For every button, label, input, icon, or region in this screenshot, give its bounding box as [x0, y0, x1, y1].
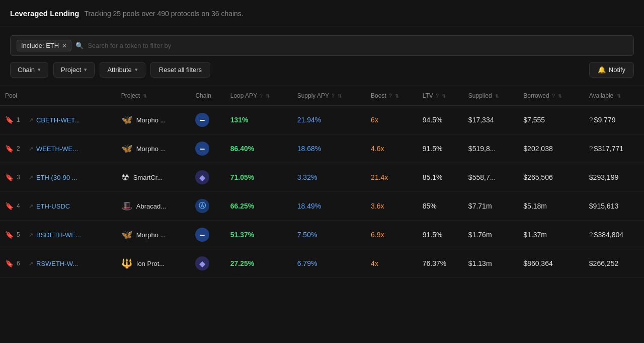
col-chain[interactable]: Chain — [190, 86, 225, 106]
available-cell: ?$9,779 — [584, 106, 644, 134]
col-loop-apy[interactable]: Loop APY ? ⇅ — [225, 86, 292, 106]
project-name[interactable]: Abracad... — [136, 202, 166, 210]
project-cell: 🦋 Morpho ... — [116, 221, 191, 249]
bookmark-icon[interactable]: 🔖 — [5, 259, 14, 267]
ltv-cell: 91.5% — [418, 134, 463, 163]
ltv-value: 91.5% — [423, 231, 443, 239]
app-subtitle: Tracking 25 pools over 490 protocols on … — [85, 10, 244, 18]
loop-apy-cell: 86.40% — [225, 134, 292, 163]
col-borrowed[interactable]: Borrowed ? ⇅ — [518, 86, 584, 106]
available-cell: $293,199 — [584, 163, 644, 192]
project-name[interactable]: Morpho ... — [136, 116, 166, 124]
loop-apy-value: 51.37% — [230, 231, 254, 239]
project-name[interactable]: Morpho ... — [136, 145, 166, 153]
project-name[interactable]: Morpho ... — [136, 231, 166, 239]
bookmark-icon[interactable]: 🔖 — [5, 231, 14, 239]
chain-filter-button[interactable]: Chain ▾ — [10, 62, 48, 78]
project-name[interactable]: Ion Prot... — [136, 260, 165, 267]
active-filter-tag[interactable]: Include: ETH ✕ — [17, 40, 71, 51]
loop-apy-value: 71.05% — [230, 173, 254, 181]
external-link-icon[interactable]: ↗ — [29, 174, 33, 181]
project-filter-button[interactable]: Project ▾ — [53, 62, 95, 78]
filter-tag-label: Include: ETH — [21, 42, 59, 49]
project-icon: 🦋 — [121, 143, 132, 154]
borrowed-cell: $265,506 — [518, 163, 584, 192]
external-link-icon[interactable]: ↗ — [29, 203, 33, 210]
loop-apy-value: 27.25% — [230, 259, 254, 267]
loop-apy-cell: 131% — [225, 106, 292, 134]
supplied-cell: $1.13m — [463, 249, 518, 278]
chain-icon: ◆ — [195, 256, 209, 270]
available-help-icon: ? — [589, 116, 593, 124]
bookmark-icon[interactable]: 🔖 — [5, 202, 14, 210]
boost-value: 6x — [371, 116, 378, 124]
ltv-value: 76.37% — [423, 259, 446, 267]
chain-icon: – — [195, 228, 209, 242]
ltv-cell: 76.37% — [418, 249, 463, 278]
notify-label: Notify — [609, 66, 625, 74]
project-name[interactable]: SmartCr... — [133, 174, 163, 181]
pool-name[interactable]: ETH-USDC — [36, 202, 70, 210]
filter-controls: Chain ▾ Project ▾ Attribute ▾ Reset all … — [10, 62, 634, 78]
pool-cell: 🔖 2 ↗ WEETH-WE... — [0, 134, 116, 163]
borrowed-value: $202,038 — [523, 145, 552, 153]
boost-cell: 4x — [366, 249, 418, 278]
pool-name[interactable]: WEETH-WE... — [36, 145, 78, 153]
supplied-value: $519,8... — [468, 145, 496, 153]
chain-cell: Ⓐ — [190, 192, 225, 221]
boost-cell: 6x — [366, 106, 418, 134]
supply-apy-cell: 7.50% — [292, 221, 366, 249]
row-number: 6 — [17, 260, 26, 267]
data-table-wrap: Pool Project ⇅ Chain Loop APY ? ⇅ Supply… — [0, 86, 644, 278]
pools-table: Pool Project ⇅ Chain Loop APY ? ⇅ Supply… — [0, 86, 644, 278]
supply-apy-value: 3.32% — [297, 173, 317, 181]
row-number: 5 — [17, 231, 26, 238]
search-icon: 🔍 — [75, 42, 84, 49]
external-link-icon[interactable]: ↗ — [29, 260, 33, 267]
bookmark-icon[interactable]: 🔖 — [5, 145, 14, 153]
external-link-icon[interactable]: ↗ — [29, 232, 33, 238]
supplied-value: $558,7... — [468, 173, 496, 181]
pool-name[interactable]: CBETH-WET... — [36, 116, 80, 124]
borrowed-cell: $1.37m — [518, 221, 584, 249]
loop-apy-cell: 51.37% — [225, 221, 292, 249]
external-link-icon[interactable]: ↗ — [29, 117, 33, 123]
search-placeholder[interactable]: Search for a token to filter by — [88, 42, 171, 49]
pool-cell: 🔖 6 ↗ RSWETH-W... — [0, 249, 116, 278]
col-available[interactable]: Available ⇅ — [584, 86, 644, 106]
supplied-cell: $558,7... — [463, 163, 518, 192]
table-row: 🔖 1 ↗ CBETH-WET... 🦋 Morpho ... – 131% 2… — [0, 106, 644, 134]
supply-apy-cell: 6.79% — [292, 249, 366, 278]
notify-button[interactable]: 🔔 Notify — [589, 62, 634, 78]
table-row: 🔖 5 ↗ BSDETH-WE... 🦋 Morpho ... – 51.37%… — [0, 221, 644, 249]
pool-cell: 🔖 1 ↗ CBETH-WET... — [0, 106, 116, 134]
ltv-cell: 91.5% — [418, 221, 463, 249]
pool-name[interactable]: RSWETH-W... — [36, 260, 78, 267]
col-supplied[interactable]: Supplied ⇅ — [463, 86, 518, 106]
external-link-icon[interactable]: ↗ — [29, 146, 33, 152]
ltv-cell: 85.1% — [418, 163, 463, 192]
col-supply-apy[interactable]: Supply APY ? ⇅ — [292, 86, 366, 106]
supply-apy-cell: 3.32% — [292, 163, 366, 192]
filter-section: Include: ETH ✕ 🔍 Search for a token to f… — [0, 27, 644, 86]
pool-name[interactable]: BSDETH-WE... — [36, 231, 81, 239]
bookmark-icon[interactable]: 🔖 — [5, 116, 14, 124]
supply-apy-value: 18.68% — [297, 145, 321, 153]
attribute-filter-button[interactable]: Attribute ▾ — [100, 62, 145, 78]
reset-filters-button[interactable]: Reset all filters — [150, 62, 210, 78]
filter-tag-close-icon[interactable]: ✕ — [62, 42, 67, 49]
ltv-value: 85.1% — [423, 173, 443, 181]
col-pool[interactable]: Pool — [0, 86, 116, 106]
col-ltv[interactable]: LTV ? ⇅ — [418, 86, 463, 106]
col-boost[interactable]: Boost ? ⇅ — [366, 86, 418, 106]
project-icon: 🦋 — [121, 229, 132, 240]
loop-apy-cell: 66.25% — [225, 192, 292, 221]
bookmark-icon[interactable]: 🔖 — [5, 173, 14, 181]
project-icon: 🎩 — [121, 200, 132, 212]
chain-icon: ◆ — [195, 170, 209, 184]
loop-apy-cell: 71.05% — [225, 163, 292, 192]
supply-apy-cell: 21.94% — [292, 106, 366, 134]
pool-name[interactable]: ETH (30-90 ... — [36, 174, 77, 181]
borrowed-value: $265,506 — [523, 173, 552, 181]
col-project[interactable]: Project ⇅ — [116, 86, 191, 106]
